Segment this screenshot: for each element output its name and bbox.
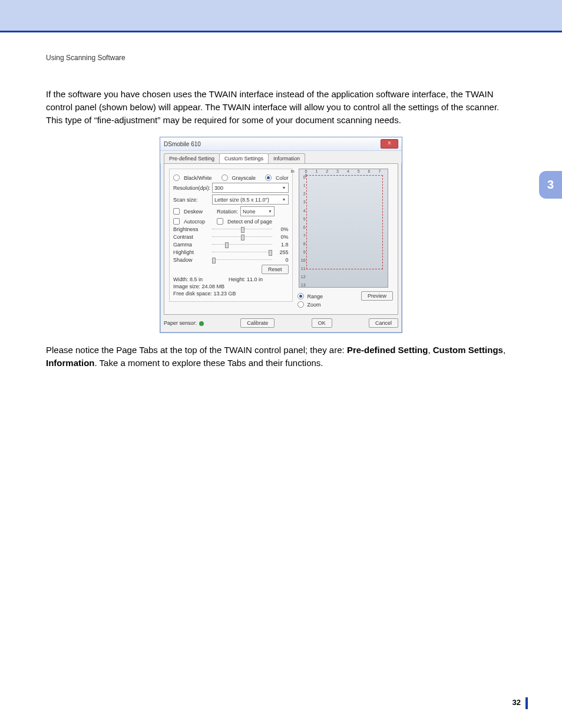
chapter-tab: 3 <box>539 171 562 199</box>
tabs-row: Pre-defined Setting Custom Settings Info… <box>160 151 402 163</box>
chevron-down-icon: ▼ <box>282 186 286 190</box>
label-gamma: Gamma <box>173 242 210 248</box>
checkbox-autocrop[interactable] <box>173 218 180 225</box>
tab-custom[interactable]: Custom Settings <box>219 153 269 163</box>
ruler-unit: in <box>291 169 295 174</box>
radio-zoom[interactable] <box>297 301 304 308</box>
radio-range[interactable] <box>297 293 304 299</box>
status-width: Width: 8.5 in <box>173 276 226 282</box>
twain-dialog: DSmobile 610 X Pre-defined Setting Custo… <box>160 137 402 333</box>
tabs-paragraph: Please notice the Page Tabs at the top o… <box>46 344 516 370</box>
label-brightness: Brightness <box>173 226 210 232</box>
label-rotation: Rotation: <box>217 209 238 215</box>
top-banner <box>0 0 562 32</box>
tab-information[interactable]: Information <box>268 153 305 163</box>
dialog-title: DSmobile 610 <box>164 141 201 147</box>
reset-button[interactable]: Reset <box>262 265 289 274</box>
ruler-top: 0 1 2 3 4 5 6 7 8 <box>305 169 388 174</box>
slider-gamma[interactable] <box>212 242 272 247</box>
radio-bw[interactable] <box>173 174 180 181</box>
label-zoom: Zoom <box>308 302 321 308</box>
val-gamma: 1.8 <box>275 242 289 248</box>
slider-highlight[interactable] <box>212 250 272 255</box>
chevron-down-icon: ▼ <box>268 209 272 213</box>
label-deskew: Deskew <box>184 209 214 215</box>
tab-predefined[interactable]: Pre-defined Setting <box>164 153 220 163</box>
label-scansize: Scan size: <box>173 197 210 203</box>
status-diskfree: Free disk space: 13.23 GB <box>173 291 289 297</box>
label-range: Range <box>308 294 323 299</box>
title-bar: DSmobile 610 X <box>160 137 402 151</box>
preview-button[interactable]: Preview <box>361 291 393 301</box>
paper-sensor-led-icon <box>199 321 204 326</box>
val-brightness: 0% <box>275 226 289 232</box>
label-shadow: Shadow <box>173 257 210 263</box>
section-title: Using Scanning Software <box>46 54 516 62</box>
ok-button[interactable]: OK <box>312 318 332 328</box>
label-autocrop: Autocrop <box>184 219 214 225</box>
cancel-button[interactable]: Cancel <box>369 318 398 328</box>
calibrate-button[interactable]: Calibrate <box>240 318 275 328</box>
preview-area[interactable]: in 0 1 2 3 4 5 6 7 8 012345678910111213 <box>299 169 388 288</box>
slider-contrast[interactable] <box>212 235 272 239</box>
page-number: 32 <box>513 698 521 707</box>
label-highlight: Highlight <box>173 249 210 255</box>
label-color: Color <box>276 175 289 181</box>
checkbox-deskew[interactable] <box>173 208 180 215</box>
rotation-select[interactable]: None▼ <box>240 206 275 216</box>
radio-color[interactable] <box>265 174 272 181</box>
scansize-value: Letter size (8.5 x 11.0") <box>214 197 269 203</box>
chevron-down-icon: ▼ <box>282 197 286 202</box>
val-contrast: 0% <box>275 234 289 240</box>
val-shadow: 0 <box>275 257 289 263</box>
label-detect: Detect end of page <box>227 219 272 225</box>
rotation-value: None <box>243 209 256 215</box>
scansize-select[interactable]: Letter size (8.5 x 11.0")▼ <box>212 195 289 205</box>
intro-paragraph: If the software you have chosen uses the… <box>46 88 516 126</box>
status-height: Height: 11.0 in <box>229 276 263 282</box>
close-button[interactable]: X <box>381 139 398 149</box>
label-contrast: Contrast <box>173 234 210 240</box>
selection-rectangle[interactable] <box>306 175 383 269</box>
label-paper-sensor: Paper sensor: <box>164 320 197 326</box>
slider-brightness[interactable] <box>212 227 272 232</box>
label-gray: Grayscale <box>232 175 256 181</box>
val-highlight: 255 <box>275 249 289 255</box>
slider-shadow[interactable] <box>212 258 272 262</box>
checkbox-detect[interactable] <box>217 218 223 225</box>
status-imgsize: Image size: 24.08 MB <box>173 284 289 289</box>
label-resolution: Resolution(dpi): <box>173 185 210 191</box>
radio-gray[interactable] <box>222 174 228 181</box>
label-bw: Black/White <box>184 175 212 181</box>
ruler-left: 012345678910111213 <box>299 175 306 287</box>
resolution-select[interactable]: 300▼ <box>212 183 289 193</box>
page-number-accent <box>525 697 528 709</box>
resolution-value: 300 <box>214 185 223 191</box>
